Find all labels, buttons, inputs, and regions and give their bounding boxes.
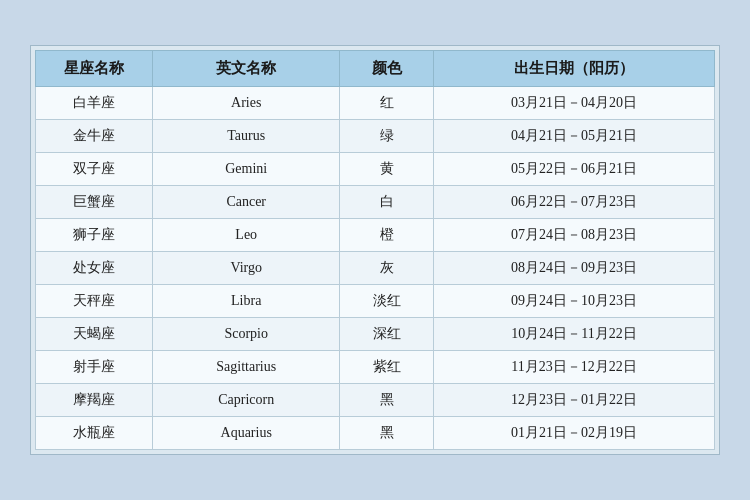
cell-color: 红 [340,87,434,120]
table-row: 射手座Sagittarius紫红11月23日－12月22日 [36,351,715,384]
cell-date: 07月24日－08月23日 [434,219,715,252]
table-row: 天秤座Libra淡红09月24日－10月23日 [36,285,715,318]
table-row: 天蝎座Scorpio深红10月24日－11月22日 [36,318,715,351]
cell-english: Taurus [153,120,340,153]
cell-chinese: 天秤座 [36,285,153,318]
table-row: 白羊座Aries红03月21日－04月20日 [36,87,715,120]
header-date: 出生日期（阳历） [434,51,715,87]
cell-date: 04月21日－05月21日 [434,120,715,153]
cell-date: 09月24日－10月23日 [434,285,715,318]
cell-date: 05月22日－06月21日 [434,153,715,186]
cell-chinese: 射手座 [36,351,153,384]
cell-english: Scorpio [153,318,340,351]
table-row: 狮子座Leo橙07月24日－08月23日 [36,219,715,252]
cell-date: 01月21日－02月19日 [434,417,715,450]
cell-color: 绿 [340,120,434,153]
cell-color: 灰 [340,252,434,285]
table-row: 双子座Gemini黄05月22日－06月21日 [36,153,715,186]
cell-english: Virgo [153,252,340,285]
cell-english: Aquarius [153,417,340,450]
cell-color: 紫红 [340,351,434,384]
table-row: 水瓶座Aquarius黑01月21日－02月19日 [36,417,715,450]
zodiac-table-container: 星座名称 英文名称 颜色 出生日期（阳历） 白羊座Aries红03月21日－04… [30,45,720,455]
cell-english: Sagittarius [153,351,340,384]
cell-chinese: 天蝎座 [36,318,153,351]
cell-chinese: 狮子座 [36,219,153,252]
cell-english: Capricorn [153,384,340,417]
cell-english: Libra [153,285,340,318]
header-english: 英文名称 [153,51,340,87]
cell-color: 淡红 [340,285,434,318]
table-row: 处女座Virgo灰08月24日－09月23日 [36,252,715,285]
cell-date: 08月24日－09月23日 [434,252,715,285]
cell-chinese: 水瓶座 [36,417,153,450]
table-row: 巨蟹座Cancer白06月22日－07月23日 [36,186,715,219]
cell-english: Cancer [153,186,340,219]
table-header-row: 星座名称 英文名称 颜色 出生日期（阳历） [36,51,715,87]
cell-chinese: 双子座 [36,153,153,186]
cell-color: 黄 [340,153,434,186]
cell-chinese: 金牛座 [36,120,153,153]
table-body: 白羊座Aries红03月21日－04月20日金牛座Taurus绿04月21日－0… [36,87,715,450]
cell-english: Gemini [153,153,340,186]
table-row: 摩羯座Capricorn黑12月23日－01月22日 [36,384,715,417]
cell-color: 黑 [340,417,434,450]
cell-chinese: 巨蟹座 [36,186,153,219]
table-row: 金牛座Taurus绿04月21日－05月21日 [36,120,715,153]
cell-date: 12月23日－01月22日 [434,384,715,417]
cell-color: 黑 [340,384,434,417]
cell-chinese: 摩羯座 [36,384,153,417]
cell-date: 06月22日－07月23日 [434,186,715,219]
zodiac-table: 星座名称 英文名称 颜色 出生日期（阳历） 白羊座Aries红03月21日－04… [35,50,715,450]
cell-color: 深红 [340,318,434,351]
header-color: 颜色 [340,51,434,87]
header-chinese: 星座名称 [36,51,153,87]
cell-color: 白 [340,186,434,219]
cell-date: 11月23日－12月22日 [434,351,715,384]
cell-chinese: 处女座 [36,252,153,285]
cell-date: 03月21日－04月20日 [434,87,715,120]
cell-color: 橙 [340,219,434,252]
cell-date: 10月24日－11月22日 [434,318,715,351]
cell-english: Leo [153,219,340,252]
cell-english: Aries [153,87,340,120]
cell-chinese: 白羊座 [36,87,153,120]
